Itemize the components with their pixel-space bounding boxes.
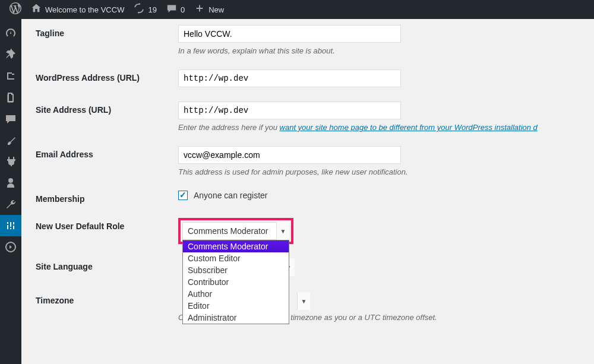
wordpress-icon <box>10 2 21 17</box>
wp-logo[interactable] <box>5 0 26 19</box>
collapse-icon <box>5 241 17 253</box>
sidebar-comments[interactable] <box>0 108 21 129</box>
main-content: Tagline In a few words, explain what thi… <box>21 19 594 330</box>
sidebar-plugins[interactable] <box>0 151 21 172</box>
updates-link[interactable]: 19 <box>129 0 161 19</box>
updates-count: 19 <box>148 5 156 14</box>
sidebar-collapse[interactable] <box>0 236 21 258</box>
comments-link[interactable]: 0 <box>162 0 189 19</box>
site-title: Welcome to the VCCW <box>45 5 124 14</box>
defaultrole-select[interactable]: Comments Moderator ▼ <box>182 222 289 240</box>
siteaddress-help-link[interactable]: want your site home page to be different… <box>280 123 538 132</box>
comments-count: 0 <box>181 5 185 14</box>
role-option[interactable]: Subscriber <box>183 264 289 276</box>
update-icon <box>134 3 144 17</box>
highlight-box: Comments Moderator ▼ Comments Moderator … <box>178 218 293 244</box>
new-label: New <box>208 5 224 14</box>
defaultrole-dropdown: Comments Moderator Custom Editor Subscri… <box>182 240 289 324</box>
role-option[interactable]: Editor <box>183 300 289 312</box>
sidebar-settings[interactable] <box>0 215 21 236</box>
chevron-down-icon: ▼ <box>276 222 289 240</box>
sliders-icon <box>5 220 17 232</box>
defaultrole-label: New User Default Role <box>36 218 178 231</box>
sidebar-media[interactable] <box>0 65 21 87</box>
wrench-icon <box>5 198 17 210</box>
siteaddress-input[interactable] <box>178 102 401 119</box>
sidebar-menu <box>0 19 21 330</box>
sidebar-dashboard[interactable] <box>0 23 21 44</box>
new-link[interactable]: New <box>189 0 229 19</box>
timezone-label: Timezone <box>36 292 178 305</box>
chevron-down-icon: ▼ <box>297 292 310 310</box>
home-icon <box>31 3 42 17</box>
media-icon <box>5 70 17 82</box>
pages-icon <box>5 91 17 103</box>
sidebar-pages[interactable] <box>0 87 21 108</box>
sidebar-posts[interactable] <box>0 44 21 65</box>
comment-icon <box>5 113 17 125</box>
user-icon <box>5 177 17 189</box>
siteaddress-label: Site Address (URL) <box>36 102 178 115</box>
siteaddress-description: Enter the address here if you want your … <box>178 123 580 132</box>
sidebar-appearance[interactable] <box>0 129 21 151</box>
admin-bar: Welcome to the VCCW 19 0 New <box>0 0 594 19</box>
sitelanguage-label: Site Language <box>36 258 178 271</box>
membership-label: Membership <box>36 191 178 204</box>
email-description: This address is used for admin purposes,… <box>178 167 580 176</box>
tagline-input[interactable] <box>178 25 401 43</box>
pin-icon <box>5 49 17 61</box>
membership-checkbox[interactable] <box>178 191 188 200</box>
dashboard-icon <box>5 27 17 39</box>
plus-icon <box>194 3 205 17</box>
brush-icon <box>5 134 17 146</box>
email-input[interactable] <box>178 146 401 164</box>
role-option[interactable]: Comments Moderator <box>183 240 289 252</box>
role-option[interactable]: Contributor <box>183 276 289 288</box>
site-link[interactable]: Welcome to the VCCW <box>26 0 129 19</box>
wpaddress-input[interactable] <box>178 69 401 87</box>
timezone-select[interactable]: ▼ <box>297 292 310 310</box>
sidebar-tools[interactable] <box>0 194 21 215</box>
membership-checkbox-label: Anyone can register <box>194 191 268 200</box>
wpaddress-label: WordPress Address (URL) <box>36 69 178 83</box>
sidebar-users[interactable] <box>0 172 21 194</box>
email-label: Email Address <box>36 146 178 159</box>
tagline-description: In a few words, explain what this site i… <box>178 46 580 55</box>
role-option[interactable]: Administrator <box>183 312 289 324</box>
role-option[interactable]: Author <box>183 288 289 300</box>
plug-icon <box>5 156 17 167</box>
role-option[interactable]: Custom Editor <box>183 252 289 264</box>
tagline-label: Tagline <box>36 25 178 38</box>
comment-icon <box>166 3 177 17</box>
